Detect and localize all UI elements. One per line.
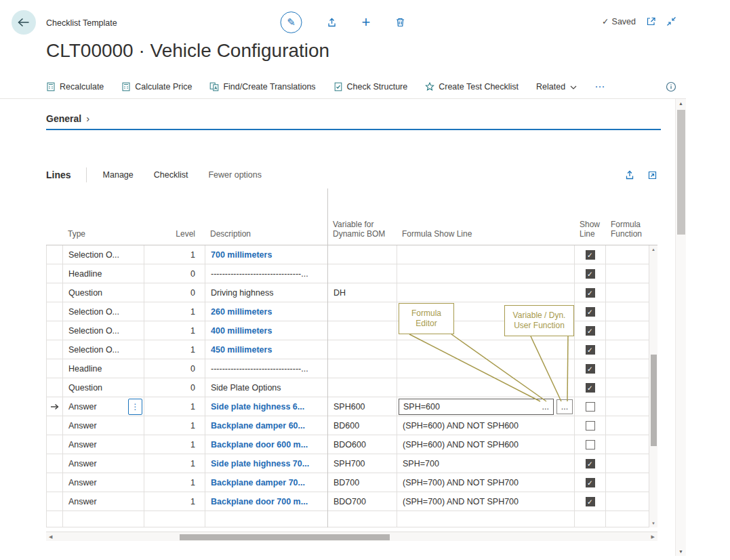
vertical-scroll-thumb[interactable] <box>651 355 657 446</box>
grid-horizontal-scrollbar[interactable]: ◀ ▶ <box>46 532 657 541</box>
cell-type[interactable]: Answer ⋮ <box>63 473 144 492</box>
cell-show-line[interactable] <box>575 416 606 435</box>
show-line-checkbox[interactable] <box>586 269 595 279</box>
cell-description[interactable]: 400 millimeters <box>205 321 328 340</box>
cell-show-line[interactable] <box>575 245 606 264</box>
show-line-checkbox[interactable] <box>586 250 595 260</box>
cell-show-line[interactable] <box>575 492 606 511</box>
cell-level[interactable]: 1 <box>144 416 205 435</box>
cell-variable-for-dynamic-bom[interactable] <box>328 359 397 378</box>
row-selector-cell[interactable] <box>47 340 63 359</box>
row-selector-cell[interactable] <box>47 321 63 340</box>
cell-type[interactable]: ⋮ <box>63 511 144 527</box>
cell-type[interactable]: Answer ⋮ <box>63 492 144 511</box>
cell-show-line[interactable] <box>575 511 606 527</box>
cell-show-line[interactable] <box>575 454 606 473</box>
row-menu-button[interactable]: ⋮ <box>128 399 142 415</box>
cell-formula-function[interactable] <box>606 359 649 378</box>
cell-type[interactable]: Selection O... ⋮ <box>63 321 144 340</box>
cell-level[interactable]: 1 <box>144 321 205 340</box>
cell-level[interactable]: 1 <box>144 435 205 454</box>
cell-show-line[interactable] <box>575 283 606 302</box>
cell-description[interactable]: Backplane door 700 m... <box>205 492 328 511</box>
scroll-up-icon[interactable]: ▲ <box>678 101 683 106</box>
cell-show-line[interactable] <box>575 435 606 454</box>
cell-description[interactable]: 450 millimeters <box>205 340 328 359</box>
horizontal-scroll-thumb[interactable] <box>180 534 390 540</box>
show-line-checkbox[interactable] <box>586 459 595 468</box>
cell-formula-show-line[interactable]: (SPH=600) AND NOT SPH600 SPH=600 ... ... <box>397 416 575 435</box>
cell-description[interactable] <box>205 511 328 527</box>
lines-open-in-new-window-button[interactable] <box>647 169 657 180</box>
back-button[interactable] <box>12 10 36 35</box>
share-button[interactable] <box>327 17 338 28</box>
cell-formula-function[interactable] <box>606 473 649 492</box>
page-vertical-scrollbar[interactable]: ▲ ▼ <box>675 99 686 556</box>
cell-level[interactable]: 0 <box>144 359 205 378</box>
cell-variable-for-dynamic-bom[interactable] <box>328 321 397 340</box>
cell-formula-function[interactable] <box>606 321 649 340</box>
cell-formula-show-line[interactable]: SPH=600 ... ... <box>397 378 575 397</box>
cell-show-line[interactable] <box>575 302 606 321</box>
show-line-checkbox[interactable] <box>586 288 595 298</box>
more-options-button[interactable]: ⋯ <box>594 81 605 93</box>
lines-menu-manage[interactable]: Manage <box>103 170 134 180</box>
lines-share-button[interactable] <box>624 169 635 180</box>
cell-description[interactable]: Side plate highness 70... <box>205 454 328 473</box>
cell-type[interactable]: Answer ⋮ <box>63 454 144 473</box>
row-selector-cell[interactable] <box>47 245 63 264</box>
cell-type[interactable]: Question ⋮ <box>63 378 144 397</box>
row-selector-cell[interactable] <box>47 454 63 473</box>
cell-level[interactable]: 0 <box>144 264 205 283</box>
row-selector-cell[interactable] <box>47 397 63 416</box>
cell-level[interactable]: 1 <box>144 245 205 264</box>
cell-variable-for-dynamic-bom[interactable]: SPH700 <box>328 454 397 473</box>
cell-description[interactable]: 260 millimeters <box>205 302 328 321</box>
cell-level[interactable]: 1 <box>144 340 205 359</box>
column-header-formula-function[interactable]: FormulaFunction <box>605 188 649 245</box>
formula-show-line-input[interactable]: SPH=600 ... <box>399 399 554 415</box>
row-selector-cell[interactable] <box>47 264 63 283</box>
cell-description[interactable]: Backplane damper 70... <box>205 473 328 492</box>
cell-formula-function[interactable] <box>606 302 649 321</box>
row-selector-cell[interactable] <box>47 378 63 397</box>
row-selector-cell[interactable] <box>47 435 63 454</box>
show-line-checkbox[interactable] <box>586 383 595 393</box>
cell-formula-show-line[interactable]: SPH=600 ... ... <box>397 245 575 264</box>
edit-button[interactable]: ✎ <box>281 12 302 33</box>
action-recalculate[interactable]: Recalculate <box>46 82 104 92</box>
cell-type[interactable]: Answer ⋮ <box>63 435 144 454</box>
open-in-new-window-button[interactable] <box>646 16 656 26</box>
column-header-level[interactable]: Level <box>144 188 205 245</box>
page-scroll-thumb[interactable] <box>677 110 685 235</box>
cell-level[interactable] <box>144 511 205 527</box>
grid-vertical-scrollbar[interactable]: ▲ ▼ <box>649 245 657 527</box>
cell-variable-for-dynamic-bom[interactable] <box>328 302 397 321</box>
show-line-checkbox[interactable] <box>586 421 595 431</box>
action-calculate-price[interactable]: Calculate Price <box>121 82 192 92</box>
cell-level[interactable]: 0 <box>144 283 205 302</box>
column-header-type[interactable]: Type <box>62 188 144 245</box>
cell-description[interactable]: Side plate highness 6... <box>205 397 328 416</box>
cell-description[interactable]: --------------------------------... <box>205 264 328 283</box>
variable-dyn-user-function-button[interactable]: ... <box>556 399 573 414</box>
delete-button[interactable] <box>394 17 405 28</box>
cell-formula-show-line[interactable]: (SPH=600) AND NOT SPH600 SPH=600 ... ... <box>397 435 575 454</box>
cell-level[interactable]: 1 <box>144 302 205 321</box>
scroll-right-icon[interactable]: ▶ <box>651 534 655 540</box>
cell-description[interactable]: Driving highness <box>205 283 328 302</box>
cell-level[interactable]: 0 <box>144 378 205 397</box>
scroll-down-icon[interactable]: ▼ <box>651 521 655 525</box>
cell-formula-show-line[interactable]: SPH=600 ... ... <box>397 397 575 416</box>
cell-description[interactable]: Backplane damper 60... <box>205 416 328 435</box>
cell-formula-show-line[interactable]: SPH=600 ... ... <box>397 264 575 283</box>
cell-formula-show-line[interactable]: (SPH=700) AND NOT SPH700 SPH=600 ... ... <box>397 473 575 492</box>
cell-formula-show-line[interactable]: SPH=600 ... ... <box>397 283 575 302</box>
cell-formula-function[interactable] <box>606 435 649 454</box>
scroll-left-icon[interactable]: ◀ <box>49 534 52 540</box>
row-selector-cell[interactable] <box>47 492 63 511</box>
show-line-checkbox[interactable] <box>586 402 595 412</box>
show-line-checkbox[interactable] <box>586 497 595 506</box>
cell-type[interactable]: Answer ⋮ <box>63 416 144 435</box>
cell-level[interactable]: 1 <box>144 492 205 511</box>
